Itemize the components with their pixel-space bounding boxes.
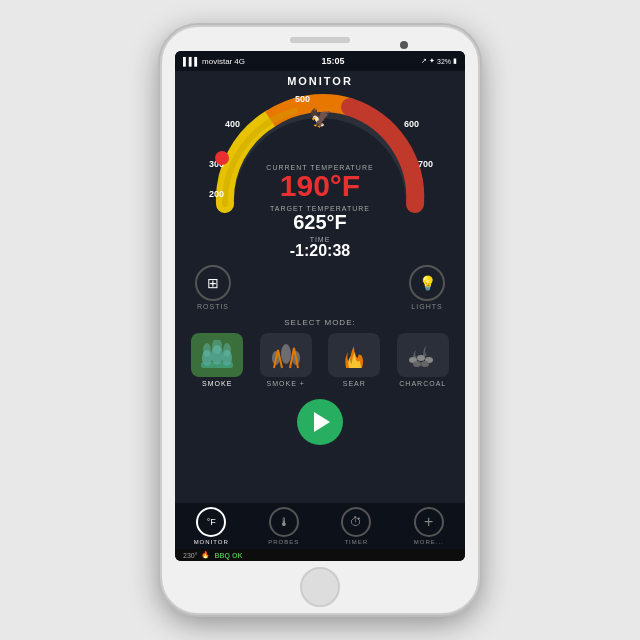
bluetooth-icon: ✦ xyxy=(429,57,435,65)
gauge-wrapper: 300 400 500 600 700 200 🦅 xyxy=(205,89,435,114)
smoke-label: SMOKE xyxy=(202,380,232,387)
screen-title: MONITOR xyxy=(175,71,465,89)
phone-speaker xyxy=(290,37,350,43)
battery-icon: ▮ xyxy=(453,57,457,65)
nav-probes[interactable]: 🌡 PROBES xyxy=(248,507,321,545)
sear-label: SEAR xyxy=(343,380,366,387)
carrier-label: movistar xyxy=(202,57,232,66)
svg-point-14 xyxy=(421,361,429,367)
network-label: 4G xyxy=(234,57,245,66)
svg-point-4 xyxy=(203,343,211,357)
monitor-icon: °F xyxy=(196,507,226,537)
bottom-nav: °F MONITOR 🌡 PROBES ⏱ TIMER + MORE... xyxy=(175,503,465,549)
charcoal-label: CHARCOAL xyxy=(399,380,446,387)
smoke-svg xyxy=(199,340,235,370)
gauge-indicator xyxy=(215,151,229,165)
status-carrier: ▌▌▌ movistar 4G xyxy=(183,57,245,66)
timer-icon: ⏱ xyxy=(341,507,371,537)
mode-smoke[interactable]: SMOKE xyxy=(191,333,243,387)
phone-screen: ▌▌▌ movistar 4G 15:05 ↗ ✦ 32% ▮ MONITOR xyxy=(175,51,465,561)
gauge-center xyxy=(205,89,435,114)
gauge-label-700: 700 xyxy=(418,159,433,169)
mode-select-label: SELECT MODE: xyxy=(175,316,465,329)
bbq-status: BBQ OK xyxy=(214,552,242,559)
status-bottom-bar: 230° 🔥 BBQ OK xyxy=(175,549,465,561)
home-button[interactable] xyxy=(300,567,340,607)
time-value: -1:20:38 xyxy=(266,243,373,259)
fire-icon: 🔥 xyxy=(201,551,210,559)
monitor-nav-label: MONITOR xyxy=(194,539,229,545)
temp-display: CURRENT TEMPERATURE 190°F TARGET TEMPERA… xyxy=(266,164,373,259)
sear-icon-box xyxy=(328,333,380,377)
time-label: 15:05 xyxy=(321,56,344,66)
smoke-plus-label: SMOKE + xyxy=(267,380,305,387)
play-icon xyxy=(314,412,330,432)
location-icon: ↗ xyxy=(421,57,427,65)
smoke-plus-icon-box xyxy=(260,333,312,377)
signal-icon: ▌▌▌ xyxy=(183,57,200,66)
smoke-icon-box xyxy=(191,333,243,377)
sear-svg xyxy=(336,340,372,370)
lights-label: LIGHTS xyxy=(411,303,442,310)
status-right: ↗ ✦ 32% ▮ xyxy=(421,57,457,65)
status-bar: ▌▌▌ movistar 4G 15:05 ↗ ✦ 32% ▮ xyxy=(175,51,465,71)
lights-icon: 💡 xyxy=(409,265,445,301)
rostis-control[interactable]: ⊞ ROSTIS xyxy=(195,265,231,310)
svg-point-6 xyxy=(223,343,231,357)
smoke-plus-svg xyxy=(268,340,304,370)
phone-camera xyxy=(400,41,408,49)
rostis-icon: ⊞ xyxy=(195,265,231,301)
gauge-area: 300 400 500 600 700 200 🦅 CURRENT TEMPER… xyxy=(175,89,465,259)
svg-point-13 xyxy=(413,361,421,367)
phone-device: ▌▌▌ movistar 4G 15:05 ↗ ✦ 32% ▮ MONITOR xyxy=(160,25,480,615)
charcoal-icon-box xyxy=(397,333,449,377)
nav-more[interactable]: + MORE... xyxy=(393,507,466,545)
rostis-label: ROSTIS xyxy=(197,303,229,310)
play-row xyxy=(175,393,465,451)
charcoal-svg xyxy=(405,340,441,370)
bottom-temp: 230° xyxy=(183,552,197,559)
battery-label: 32% xyxy=(437,58,451,65)
probes-nav-label: PROBES xyxy=(268,539,299,545)
more-icon: + xyxy=(414,507,444,537)
mode-row: SMOKE SMOKE + xyxy=(175,329,465,393)
mode-sear[interactable]: SEAR xyxy=(328,333,380,387)
current-temp-value: 190°F xyxy=(266,171,373,201)
nav-monitor[interactable]: °F MONITOR xyxy=(175,507,248,545)
svg-point-8 xyxy=(281,344,291,364)
play-button[interactable] xyxy=(297,399,343,445)
probes-icon: 🌡 xyxy=(269,507,299,537)
mode-charcoal[interactable]: CHARCOAL xyxy=(397,333,449,387)
gauge-label-200: 200 xyxy=(209,189,224,199)
gauge-label-400: 400 xyxy=(225,119,240,129)
gauge-label-600: 600 xyxy=(404,119,419,129)
lights-control[interactable]: 💡 LIGHTS xyxy=(409,265,445,310)
controls-row: ⊞ ROSTIS 💡 LIGHTS xyxy=(175,259,465,316)
more-nav-label: MORE... xyxy=(414,539,444,545)
target-temp-value: 625°F xyxy=(266,212,373,232)
mode-smoke-plus[interactable]: SMOKE + xyxy=(260,333,312,387)
nav-timer[interactable]: ⏱ TIMER xyxy=(320,507,393,545)
timer-nav-label: TIMER xyxy=(344,539,368,545)
